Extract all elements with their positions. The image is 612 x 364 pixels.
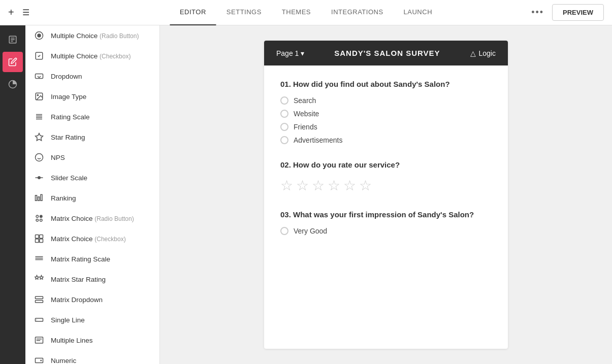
star-rating-row[interactable]: ☆☆☆☆☆☆: [280, 177, 492, 194]
top-nav: + ☰ EDITORSETTINGSTHEMESINTEGRATIONSLAUN…: [0, 0, 612, 25]
preview-button[interactable]: PREVIEW: [552, 4, 604, 21]
svg-rect-28: [40, 235, 43, 239]
survey-title: SANDY'S SALON SURVEY: [334, 49, 440, 57]
question-text-q2: 02. How do you rate our service?: [280, 160, 492, 169]
sidebar-item-rating-scale[interactable]: Rating Scale: [25, 107, 159, 127]
svg-point-24: [40, 215, 43, 218]
menu-button[interactable]: ☰: [22, 8, 29, 17]
svg-marker-35: [40, 276, 44, 280]
sidebar-item-multiple-choice-checkbox[interactable]: Multiple Choice (Checkbox): [25, 46, 159, 66]
svg-marker-34: [35, 276, 39, 280]
svg-rect-22: [41, 194, 42, 201]
sidebar-label-star-rating: Star Rating: [51, 134, 85, 141]
rating-scale-icon: [34, 111, 45, 122]
question-q1: 01. How did you find out about Sandy's S…: [280, 80, 492, 144]
radio-label: Search: [294, 96, 316, 105]
star-icon[interactable]: ☆: [359, 177, 372, 194]
sidebar-label-image-type: Image Type: [51, 93, 86, 101]
radio-circle: [280, 136, 288, 144]
survey-body: 01. How did you find out about Sandy's S…: [264, 65, 508, 266]
radio-label: Very Good: [294, 227, 327, 235]
radio-circle: [280, 110, 288, 118]
svg-point-26: [40, 219, 43, 222]
add-button[interactable]: +: [8, 7, 14, 18]
logic-label[interactable]: Logic: [479, 49, 496, 57]
sidebar-label-rating-scale: Rating Scale: [51, 113, 90, 121]
svg-point-10: [37, 94, 38, 95]
sidebar-item-slider-scale[interactable]: Slider Scale: [25, 168, 159, 188]
sidebar-label-ranking: Ranking: [51, 194, 76, 202]
nav-tabs: EDITORSETTINGSTHEMESINTEGRATIONSLAUNCH: [170, 0, 442, 25]
star-rating-icon: [34, 131, 45, 143]
page-label[interactable]: Page 1: [276, 49, 299, 57]
multiple-choice-checkbox-icon: [34, 50, 45, 61]
slider-scale-icon: [34, 172, 45, 183]
sidebar-item-matrix-star-rating[interactable]: Matrix Star Rating: [25, 269, 159, 289]
sidebar-label-multiple-choice-radio: Multiple Choice (Radio Button): [51, 32, 139, 40]
sidebar-label-multiple-choice-checkbox: Multiple Choice (Checkbox): [51, 52, 131, 60]
nav-tab-editor[interactable]: EDITOR: [170, 0, 216, 25]
radio-option[interactable]: Advertisements: [280, 136, 492, 144]
question-q3: 03. What was your first impression of Sa…: [280, 210, 492, 235]
sidebar-item-ranking[interactable]: Ranking: [25, 188, 159, 208]
svg-rect-37: [36, 301, 43, 303]
svg-point-25: [36, 219, 39, 222]
radio-circle: [280, 227, 288, 235]
star-icon[interactable]: ☆: [280, 177, 293, 194]
radio-option[interactable]: Very Good: [280, 227, 492, 235]
radio-label: Advertisements: [294, 136, 342, 144]
star-icon[interactable]: ☆: [312, 177, 325, 194]
nps-icon: [34, 152, 45, 163]
radio-option[interactable]: Website: [280, 110, 492, 118]
sidebar-label-matrix-choice-radio: Matrix Choice (Radio Button): [51, 215, 134, 222]
survey-header: Page 1 ▾ SANDY'S SALON SURVEY △ Logic: [264, 41, 508, 65]
svg-rect-29: [36, 239, 39, 243]
sidebar-label-nps: NPS: [51, 154, 65, 161]
icon-bar-document[interactable]: [3, 29, 23, 50]
sidebar-item-matrix-rating-scale[interactable]: Matrix Rating Scale: [25, 249, 159, 269]
sidebar-item-dropdown[interactable]: Dropdown: [25, 66, 159, 86]
more-options-button[interactable]: •••: [531, 7, 544, 18]
svg-point-23: [36, 215, 39, 218]
sidebar-item-matrix-choice-radio[interactable]: Matrix Choice (Radio Button): [25, 208, 159, 228]
page-chevron: ▾: [301, 49, 304, 57]
matrix-choice-radio-icon: [34, 213, 45, 224]
star-icon[interactable]: ☆: [328, 177, 340, 194]
radio-option[interactable]: Friends: [280, 123, 492, 131]
sidebar-item-multiple-lines[interactable]: Multiple Lines: [25, 330, 159, 350]
svg-rect-21: [38, 197, 40, 201]
matrix-dropdown-icon: [34, 294, 45, 305]
sidebar-item-multiple-choice-radio[interactable]: Multiple Choice (Radio Button): [25, 25, 159, 46]
nav-tab-integrations[interactable]: INTEGRATIONS: [321, 0, 394, 25]
radio-label: Website: [294, 110, 319, 118]
single-line-icon: [34, 314, 45, 325]
main-layout: Multiple Choice (Radio Button)Multiple C…: [0, 25, 612, 364]
star-icon[interactable]: ☆: [296, 177, 309, 194]
icon-bar-chart[interactable]: [3, 74, 23, 94]
icon-bar: [0, 25, 25, 364]
sidebar-item-nps[interactable]: NPS: [25, 147, 159, 168]
radio-circle: [280, 96, 288, 105]
sidebar-label-numeric: Numeric: [51, 357, 76, 365]
sidebar-item-numeric[interactable]: Numeric: [25, 350, 159, 364]
radio-option[interactable]: Search: [280, 96, 492, 105]
sidebar-item-single-line[interactable]: Single Line: [25, 310, 159, 330]
multiple-choice-radio-icon: [34, 30, 45, 41]
nav-tab-settings[interactable]: SETTINGS: [216, 0, 272, 25]
sidebar-item-matrix-choice-checkbox[interactable]: Matrix Choice (Checkbox): [25, 228, 159, 249]
sidebar-item-image-type[interactable]: Image Type: [25, 86, 159, 107]
svg-rect-36: [36, 296, 43, 299]
nav-tab-themes[interactable]: THEMES: [272, 0, 321, 25]
svg-point-19: [38, 177, 41, 179]
sidebar-item-star-rating[interactable]: Star Rating: [25, 127, 159, 147]
sidebar-label-single-line: Single Line: [51, 316, 85, 324]
sidebar-item-matrix-dropdown[interactable]: Matrix Dropdown: [25, 289, 159, 310]
nav-tab-launch[interactable]: LAUNCH: [394, 0, 442, 25]
sidebar-label-slider-scale: Slider Scale: [51, 174, 87, 182]
svg-rect-30: [40, 239, 43, 243]
sidebar-label-matrix-rating-scale: Matrix Rating Scale: [51, 255, 110, 263]
ranking-icon: [34, 192, 45, 204]
icon-bar-edit[interactable]: [3, 52, 23, 72]
star-icon[interactable]: ☆: [343, 177, 356, 194]
dropdown-icon: [34, 71, 45, 82]
